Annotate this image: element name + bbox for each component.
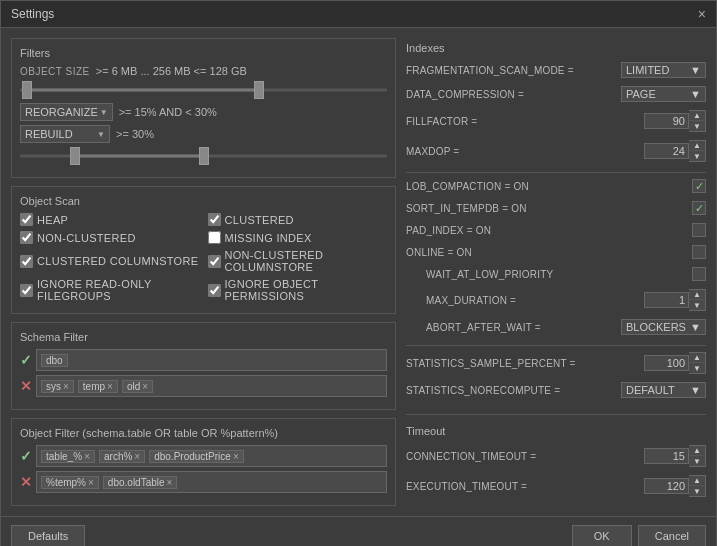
lob-compaction-label: LOB_COMPACTION = ON [406,181,688,192]
object-filter-section: Object Filter (schema.table OR table OR … [11,418,396,506]
max-duration-up-button[interactable]: ▲ [689,290,705,300]
max-duration-down-button[interactable]: ▼ [689,300,705,310]
list-item: temp × [78,380,118,393]
maxdop-up-button[interactable]: ▲ [689,141,705,151]
cancel-button[interactable]: Cancel [638,525,706,546]
execution-timeout-down-button[interactable]: ▼ [689,486,705,496]
fillfactor-down-button[interactable]: ▼ [689,121,705,131]
connection-timeout-down-button[interactable]: ▼ [689,456,705,466]
tag-label: dbo [46,355,63,366]
defaults-button[interactable]: Defaults [11,525,85,546]
sort-in-tempdb-row: SORT_IN_TEMPDB = ON [406,201,706,215]
data-compression-dropdown[interactable]: PAGE ▼ [621,86,706,102]
ignore-permissions-checkbox[interactable] [208,284,221,297]
fillfactor-spinner-buttons: ▲ ▼ [689,110,706,132]
statistics-sample-up-button[interactable]: ▲ [689,353,705,363]
rebuild-dropdown[interactable]: REBUILD ▼ [20,125,110,143]
non-clustered-checkbox[interactable] [20,231,33,244]
ok-button[interactable]: OK [572,525,632,546]
tag-close-icon[interactable]: × [88,477,94,488]
statistics-sample-percent-spinner-buttons: ▲ ▼ [689,352,706,374]
fragmentation-scan-mode-dropdown[interactable]: LIMITED ▼ [621,62,706,78]
abort-after-wait-dropdown[interactable]: BLOCKERS ▼ [621,319,706,335]
reorganize-dropdown[interactable]: REORGANIZE ▼ [20,103,113,121]
object-scan-grid: HEAP CLUSTERED NON-CLUSTERED MISSING IND… [20,213,387,305]
connection-timeout-input[interactable] [644,448,689,464]
online-row: ONLINE = ON [406,245,706,259]
online-label: ONLINE = ON [406,247,688,258]
tag-label: dbo.ProductPrice [154,451,231,462]
non-clustered-columnstore-checkbox[interactable] [208,255,221,268]
list-item: HEAP [20,213,200,226]
object-scan-title: Object Scan [20,195,387,207]
fillfactor-row: FILLFACTOR = ▲ ▼ [406,110,706,132]
pad-index-checkbox[interactable] [692,223,706,237]
execution-timeout-label: EXECUTION_TIMEOUT = [406,481,640,492]
include-icon-2: ✓ [20,448,32,464]
threshold-slider[interactable] [20,147,387,165]
connection-timeout-spinner: ▲ ▼ [644,445,706,467]
heap-checkbox[interactable] [20,213,33,226]
slider-thumb-2-right[interactable] [199,147,209,165]
clustered-columnstore-checkbox[interactable] [20,255,33,268]
ignore-readonly-checkbox[interactable] [20,284,33,297]
object-size-label: OBJECT SIZE [20,66,90,77]
slider-thumb-left[interactable] [22,81,32,99]
clustered-label: CLUSTERED [225,214,294,226]
list-item: dbo.ProductPrice × [149,450,244,463]
online-checkbox[interactable] [692,245,706,259]
schema-exclude-input[interactable]: sys × temp × old × [36,375,387,397]
tag-label: dbo.oldTable [108,477,165,488]
close-button[interactable]: × [698,7,706,21]
statistics-norecompute-value: DEFAULT [626,384,675,396]
execution-timeout-spinner-buttons: ▲ ▼ [689,475,706,497]
lob-compaction-checkbox[interactable] [692,179,706,193]
clustered-checkbox[interactable] [208,213,221,226]
dropdown-arrow-icon: ▼ [690,321,701,333]
statistics-sample-down-button[interactable]: ▼ [689,363,705,373]
schema-include-input[interactable]: dbo [36,349,387,371]
exclude-icon: ✕ [20,378,32,394]
missing-index-label: MISSING INDEX [225,232,312,244]
heap-label: HEAP [37,214,68,226]
wait-at-low-priority-label: WAIT_AT_LOW_PRIORITY [426,269,688,280]
execution-timeout-up-button[interactable]: ▲ [689,476,705,486]
maxdop-spinner: ▲ ▼ [644,140,706,162]
missing-index-checkbox[interactable] [208,231,221,244]
tag-close-icon[interactable]: × [142,381,148,392]
fillfactor-up-button[interactable]: ▲ [689,111,705,121]
schema-exclude-row: ✕ sys × temp × old × [20,375,387,397]
object-include-row: ✓ table_% × arch% × dbo.ProductPrice × [20,445,387,467]
tag-close-icon[interactable]: × [134,451,140,462]
list-item: arch% × [99,450,145,463]
data-compression-label: DATA_COMPRESSION = [406,89,617,100]
slider-thumb-2-left[interactable] [70,147,80,165]
statistics-norecompute-dropdown[interactable]: DEFAULT ▼ [621,382,706,398]
max-duration-label: MAX_DURATION = [426,295,640,306]
list-item: table_% × [41,450,95,463]
connection-timeout-up-button[interactable]: ▲ [689,446,705,456]
tag-close-icon[interactable]: × [107,381,113,392]
statistics-sample-percent-input[interactable] [644,355,689,371]
tag-close-icon[interactable]: × [63,381,69,392]
footer: Defaults OK Cancel [1,516,716,546]
tag-close-icon[interactable]: × [84,451,90,462]
statistics-sample-percent-label: STATISTICS_SAMPLE_PERCENT = [406,358,640,369]
sort-in-tempdb-checkbox[interactable] [692,201,706,215]
schema-filter-title: Schema Filter [20,331,387,343]
maxdop-input[interactable] [644,143,689,159]
max-duration-input[interactable] [644,292,689,308]
slider-fill-2 [75,155,203,158]
tag-close-icon[interactable]: × [167,477,173,488]
object-exclude-input[interactable]: %temp% × dbo.oldTable × [36,471,387,493]
fillfactor-input[interactable] [644,113,689,129]
max-duration-spinner-buttons: ▲ ▼ [689,289,706,311]
fragmentation-scan-mode-row: FRAGMENTATION_SCAN_MODE = LIMITED ▼ [406,62,706,78]
wait-at-low-priority-checkbox[interactable] [692,267,706,281]
object-size-slider[interactable] [20,81,387,99]
maxdop-down-button[interactable]: ▼ [689,151,705,161]
object-include-input[interactable]: table_% × arch% × dbo.ProductPrice × [36,445,387,467]
execution-timeout-input[interactable] [644,478,689,494]
tag-close-icon[interactable]: × [233,451,239,462]
slider-thumb-right[interactable] [254,81,264,99]
